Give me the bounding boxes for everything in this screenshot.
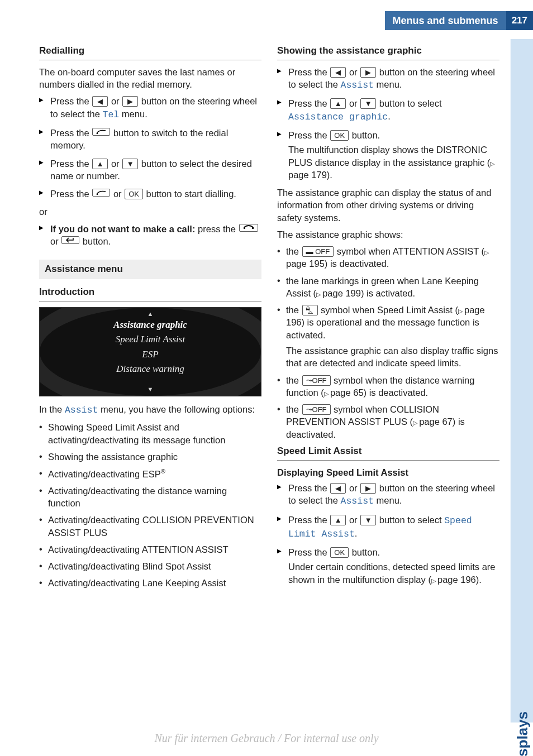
- ok-button-icon: OK: [125, 189, 143, 199]
- showing-steps: Press the ◀ or ▶ button on the steering …: [277, 66, 499, 181]
- side-tab: On-board computer and displays: [511, 39, 533, 722]
- list-item: Press the OK button. The multifunction d…: [277, 129, 499, 181]
- list-item: Press the or OK button to start dialling…: [39, 188, 261, 200]
- assistance-shows-list: the ▬ OFF symbol when ATTENTION ASSIST (…: [277, 245, 499, 441]
- down-arrow-icon: ▼: [122, 159, 138, 169]
- list-item: Activating/deactivating COLLISION PREVEN…: [39, 514, 261, 539]
- phone-accept-icon: [92, 128, 110, 136]
- up-arrow-icon: ▲: [330, 98, 346, 109]
- down-arrow-icon: ▼: [360, 515, 376, 525]
- left-arrow-icon: ◀: [330, 483, 346, 494]
- up-arrow-icon: ▲: [330, 515, 346, 525]
- list-item: If you do not want to make a call: press…: [39, 223, 261, 248]
- assistance-list-intro: The assistance graphic shows:: [277, 228, 499, 241]
- list-item: Press the ▲ or ▼ button to select Speed …: [277, 514, 499, 541]
- page-reference: page 65: [324, 387, 364, 398]
- svg-rect-2: [244, 227, 245, 229]
- page-reference: page 199: [316, 288, 361, 298]
- redialling-steps-alt: If you do not want to make a call: press…: [39, 223, 261, 248]
- assistance-menu-screenshot: ▲ Assistance graphic Speed Limit Assist …: [39, 307, 261, 396]
- heading-introduction: Introduction: [39, 286, 261, 302]
- header-title: Menus and submenus: [385, 11, 506, 30]
- header-page-number: 217: [506, 11, 533, 30]
- redialling-steps: Press the ◀ or ▶ button on the steering …: [39, 95, 261, 200]
- left-column: Redialling The on-board computer saves t…: [39, 45, 261, 711]
- ok-button-icon: OK: [330, 547, 349, 558]
- left-arrow-icon: ◀: [92, 96, 108, 107]
- list-item: Activating/deactivating Lane Keeping Ass…: [39, 577, 261, 589]
- page-header: Menus and submenus 217: [385, 11, 533, 30]
- down-arrow-icon: ▼: [360, 98, 376, 109]
- menu-assist: Assist: [65, 405, 98, 415]
- sla-steps: Press the ◀ or ▶ button on the steering …: [277, 482, 499, 586]
- list-item: Press the ◀ or ▶ button on the steering …: [277, 482, 499, 508]
- list-item: Press the ◀ or ▶ button on the steering …: [39, 95, 261, 121]
- right-arrow-icon: ▶: [360, 67, 376, 78]
- ok-button-icon: OK: [330, 130, 349, 141]
- phone-accept-icon: [92, 189, 110, 197]
- list-item: Press the ▲ or ▼ button to select Assist…: [277, 97, 499, 123]
- list-item: Showing Speed Limit Assist and activatin…: [39, 421, 261, 446]
- left-arrow-icon: ◀: [330, 67, 346, 78]
- list-item: the ⛍ symbol when Speed Limit Assist (pa…: [277, 304, 499, 369]
- list-item: the ⤳OFF symbol when the distance warnin…: [277, 374, 499, 399]
- redialling-intro: The on-board computer saves the last nam…: [39, 66, 261, 91]
- list-item: Press the OK button. Under certain condi…: [277, 546, 499, 586]
- svg-point-1: [97, 194, 98, 195]
- right-arrow-icon: ▶: [360, 483, 376, 494]
- menu-assist: Assist: [341, 496, 374, 506]
- speed-limit-icon: ⛍: [302, 305, 318, 315]
- phone-hangup-icon: [239, 224, 258, 232]
- list-item: the lane markings in green when Lane Kee…: [277, 275, 499, 300]
- list-item: Activating/deactivating Blind Spot Assis…: [39, 560, 261, 572]
- distance-off-icon: ⤳OFF: [302, 404, 331, 415]
- or-separator: or: [39, 205, 261, 218]
- attention-off-icon: ▬ OFF: [302, 246, 334, 257]
- assistance-intro-text: In the Assist menu, you have the followi…: [39, 403, 261, 417]
- section-assistance-menu: Assistance menu: [39, 260, 261, 279]
- heading-showing-assistance: Showing the assistance graphic: [277, 45, 499, 60]
- heading-speed-limit-assist: Speed Limit Assist: [277, 445, 499, 461]
- assistance-options-list: Showing Speed Limit Assist and activatin…: [39, 421, 261, 589]
- svg-rect-3: [252, 227, 254, 229]
- menu-assistance-graphic: Assistance graphic: [288, 112, 388, 122]
- subheading-displaying-sla: Displaying Speed Limit Assist: [277, 466, 499, 479]
- assistance-para: The assistance graphic can display the s…: [277, 186, 499, 224]
- list-item: Activating/deactivating ATTENTION ASSIST: [39, 543, 261, 556]
- footer-watermark: Nur für internen Gebrauch / For internal…: [0, 732, 533, 745]
- right-column: Showing the assistance graphic Press the…: [277, 45, 499, 711]
- list-item: Showing the assistance graphic: [39, 451, 261, 463]
- distance-off-icon: ⤳OFF: [302, 375, 331, 386]
- menu-assist: Assist: [341, 80, 374, 90]
- list-item: Press the ▲ or ▼ button to select the de…: [39, 157, 261, 183]
- page-body: Redialling The on-board computer saves t…: [39, 45, 499, 711]
- list-item: the ▬ OFF symbol when ATTENTION ASSIST (…: [277, 245, 499, 270]
- page-reference: page 67: [413, 417, 453, 427]
- page-reference: page 196: [431, 575, 476, 585]
- back-icon: [61, 236, 79, 244]
- svg-point-0: [97, 133, 98, 135]
- list-item: Activating/deactivating ESP®: [39, 467, 261, 480]
- heading-redialling: Redialling: [39, 45, 261, 60]
- right-arrow-icon: ▶: [122, 96, 138, 107]
- list-item: Activating/deactivating the distance war…: [39, 485, 261, 510]
- list-item: Press the button to switch to the redial…: [39, 127, 261, 152]
- list-item: Press the ◀ or ▶ button on the steering …: [277, 66, 499, 92]
- menu-tel: Tel: [103, 109, 120, 120]
- list-item: the ⤳OFF symbol when COLLISION PREVENTIO…: [277, 403, 499, 441]
- up-arrow-icon: ▲: [92, 159, 108, 169]
